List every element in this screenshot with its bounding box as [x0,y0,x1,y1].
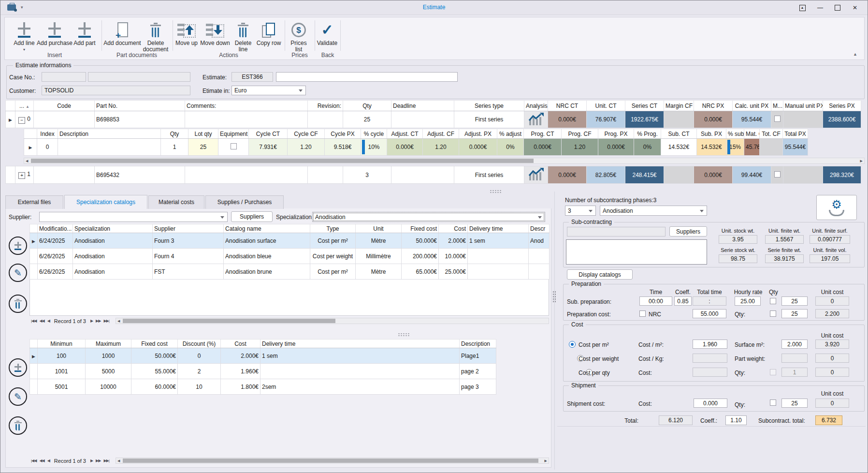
grid-header[interactable]: Qty [343,101,391,111]
catalog-row[interactable]: 6/26/2025 Anodisation FST Anodisation br… [30,264,550,280]
catalog-header[interactable]: Unit [356,224,402,233]
prep-coeff-field[interactable]: 0.85 [674,296,692,306]
subgrid-header[interactable]: Tot. CF [760,129,783,139]
operation-row[interactable]: ▶ 0 1 25 7.931€ 1.20 9.518€ 10% 0.000€ 1… [24,139,808,156]
range-hscrollbar-thumb[interactable] [123,458,538,463]
nav-first-icon[interactable]: |◀◀ [31,458,36,463]
close-button[interactable]: ✕ [848,2,862,14]
grid-header[interactable]: Revision: [308,101,343,111]
cost-per-m2-field[interactable]: 1.960 [693,340,727,349]
scroll-right-icon[interactable]: ▶ [545,458,547,463]
cost-per-m2-radio[interactable] [569,341,576,348]
subcontract-suppliers-button[interactable]: Suppliers [669,226,707,236]
estimate-name-field[interactable] [276,72,458,82]
tab-external-files[interactable]: External files [5,195,63,209]
maximize-button[interactable] [830,2,845,14]
prep-hourly-rate-field[interactable]: 25.00 [735,296,761,306]
subgrid-header[interactable]: % adjust [497,129,524,139]
nav-next-icon[interactable]: ▶ [90,319,93,323]
grid-header[interactable]: Deadline [391,101,454,111]
range-header[interactable]: Cost [221,340,260,348]
analysis-cell[interactable] [524,111,548,128]
grid-header[interactable]: NRC CT [548,101,587,111]
range-row[interactable]: ▶ 100 1000 50.000€ 0 2.000€ 1 sem Plage1 [30,348,496,364]
validate-button[interactable]: ✓ Validate [315,20,340,46]
estimate-number-field[interactable]: EST366 [231,72,273,82]
subgrid-hscrollbar[interactable]: ◀ ▶ [24,158,865,164]
catalog-header[interactable]: Descr [529,224,550,233]
phase-index-combo[interactable]: 3 [565,206,596,216]
currency-combo[interactable]: Euro [231,86,306,95]
nav-prev-icon[interactable]: ◀ [47,319,50,323]
range-edit-button[interactable]: ✎ [9,387,27,406]
range-header[interactable]: Description [460,340,496,348]
grid-header[interactable]: Calc. unit PX [733,101,771,111]
range-header[interactable]: Fixed cost [131,340,178,348]
nav-next-icon[interactable]: ▶ [90,458,93,463]
add-purchase-button[interactable]: Add purchase [36,20,73,46]
subgrid-hscrollbar-thumb[interactable] [31,159,534,163]
subgrid-header[interactable]: Prog. PX [598,129,634,139]
move-up-button[interactable]: Move up [173,20,201,46]
subgrid-header[interactable]: Total PX [783,129,808,139]
grid-header[interactable]: Series PX [823,101,861,111]
subgrid-header[interactable]: Cycle CF [288,129,325,139]
tab-specialization-catalogs[interactable]: Specialization catalogs [64,195,147,209]
manual-price-checkbox[interactable] [774,171,781,177]
subgrid-header[interactable]: Description [58,129,161,139]
range-delete-button[interactable] [9,416,27,435]
catalog-delete-button[interactable] [9,295,27,313]
subgrid-header[interactable]: % cycle [361,129,387,139]
scroll-left-icon[interactable]: ◀ [26,158,28,163]
catalog-add-button[interactable] [9,236,27,255]
prep-qty2-field[interactable]: 25 [781,309,808,318]
range-header[interactable]: Discount (%) [178,340,221,348]
range-row[interactable]: 5001 10000 60.000€ 10 1.800€ 2sem page 3 [30,379,496,395]
catalog-header[interactable]: Catalog name [224,224,310,233]
prep-time-field[interactable]: 00:00 [639,296,672,306]
subgrid-header[interactable]: Adjust. PX [459,129,497,139]
shipment-qty-field[interactable]: 25 [781,399,808,408]
vertical-splitter[interactable] [554,192,555,470]
display-catalogs-button[interactable]: Display catalogs [567,269,633,280]
catalog-header[interactable]: Specialization [73,224,153,233]
range-header[interactable]: Maximum [86,340,131,348]
catalog-row[interactable]: 6/26/2025 Anodisation Fourn 4 Anodisatio… [30,249,550,264]
grid-header[interactable]: Analysis [524,101,548,111]
prep-qty-checkbox[interactable] [770,298,776,304]
grid-header[interactable]: Unit. CT [587,101,625,111]
subgrid-header[interactable]: Equipment [218,129,249,139]
add-part-button[interactable]: Add part [71,20,99,46]
grid-header[interactable]: Comments: [185,101,308,111]
specialization-combo[interactable]: Anodisation [312,212,545,222]
catalog-header[interactable]: Modificatio... [38,224,73,233]
collapse-row-icon[interactable]: − [18,117,25,124]
catalog-header[interactable]: Cost [439,224,468,233]
subgrid-header[interactable]: % Prog. [634,129,661,139]
delete-document-button[interactable]: Delete document [140,20,171,53]
catalog-edit-button[interactable]: ✎ [9,264,27,282]
equipment-checkbox[interactable] [231,143,237,149]
splitter-handle-icon[interactable] [552,291,556,303]
subgrid-header[interactable]: Lot qty [188,129,218,139]
grid-header[interactable]: Series CT [625,101,664,111]
subgrid-header[interactable]: Prog. CF [562,129,598,139]
nrc-checkbox[interactable] [639,310,646,317]
case-no-field-2[interactable] [88,72,190,82]
tab-supplies-purchases[interactable]: Supplies / Purchases [205,195,284,209]
add-document-button[interactable]: + Add document [102,20,142,46]
prep-qty-field[interactable]: 25 [781,296,808,306]
catalog-header[interactable]: Type [310,224,356,233]
prep-qty2-checkbox[interactable] [770,310,776,317]
grid-header-expand[interactable]: ...▲ [15,101,34,111]
catalog-header[interactable]: Supplier [153,224,224,233]
grid-header[interactable]: Manual unit PX [783,101,823,111]
move-down-button[interactable]: Move down [199,20,231,46]
range-hscrollbar[interactable]: ◀ ▶ [116,458,549,464]
nav-next-page-icon[interactable]: ▶▶ [96,458,101,463]
case-no-field-1[interactable] [42,72,86,82]
subgrid-header[interactable]: Adjust. CF [423,129,459,139]
grid-header[interactable]: Code [34,101,95,111]
phase-type-combo[interactable]: Anodisation [600,206,707,216]
suppliers-button[interactable]: Suppliers [231,211,273,222]
